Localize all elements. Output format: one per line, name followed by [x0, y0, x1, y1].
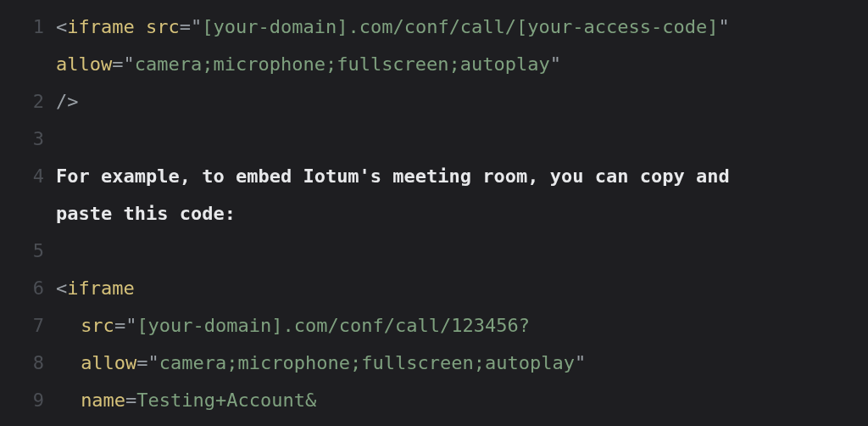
- code-content: [56, 233, 868, 270]
- code-content: name=Testing+Account&: [56, 382, 868, 419]
- code-content: allow="camera;microphone;fullscreen;auto…: [56, 46, 868, 83]
- attr-name: src: [146, 16, 180, 37]
- quote: ": [719, 16, 730, 37]
- line-number: 5: [0, 233, 56, 270]
- code-content: allow="camera;microphone;fullscreen;auto…: [56, 345, 868, 382]
- code-line: 4 For example, to embed Iotum's meeting …: [0, 158, 868, 195]
- line-number: 6: [0, 270, 56, 307]
- code-content: />: [56, 83, 868, 121]
- code-content: paste this code:: [56, 195, 868, 233]
- attr-name: allow: [81, 352, 136, 373]
- line-number: 7: [0, 307, 56, 345]
- tag-name: iframe: [67, 16, 134, 37]
- code-line: 1 <iframe src="[your-domain].com/conf/ca…: [0, 8, 868, 46]
- attr-name: allow: [56, 53, 112, 75]
- code-line: 10 skip_join=true": [0, 419, 868, 426]
- string-value: [your-domain].com/conf/call/[your-access…: [202, 16, 718, 37]
- code-content: skip_join=true": [56, 419, 868, 426]
- tag-open-delim: <: [56, 277, 67, 299]
- string-value: [your-domain].com/conf/call/123456?: [136, 315, 530, 336]
- code-line-wrap: allow="camera;microphone;fullscreen;auto…: [0, 46, 868, 83]
- equals: =: [136, 352, 147, 373]
- tag-open-delim: <: [56, 16, 67, 37]
- code-content: [56, 121, 868, 158]
- line-number: 10: [0, 419, 56, 426]
- tag-slash: /: [56, 91, 67, 112]
- line-number: 4: [0, 158, 56, 195]
- attr-name: src: [81, 315, 114, 336]
- plain-text: paste this code:: [56, 203, 236, 224]
- code-line: 9 name=Testing+Account&: [0, 382, 868, 419]
- string-value: camera;microphone;fullscreen;autoplay: [159, 352, 575, 373]
- line-number: 2: [0, 83, 56, 121]
- code-content: src="[your-domain].com/conf/call/123456?: [56, 307, 868, 345]
- plain-text: For example, to embed Iotum's meeting ro…: [56, 165, 741, 187]
- quote: ": [550, 53, 561, 75]
- code-editor[interactable]: 1 <iframe src="[your-domain].com/conf/ca…: [0, 0, 868, 426]
- line-number: 8: [0, 345, 56, 382]
- code-line: 2 />: [0, 83, 868, 121]
- line-number: 1: [0, 8, 56, 46]
- quote: ": [575, 352, 586, 373]
- quote: ": [123, 53, 134, 75]
- attr-name: name: [81, 390, 125, 411]
- string-value: Testing+Account&: [136, 390, 316, 411]
- line-number: 3: [0, 121, 56, 158]
- line-number: 9: [0, 382, 56, 419]
- string-value: camera;microphone;fullscreen;autoplay: [135, 53, 550, 75]
- code-content: For example, to embed Iotum's meeting ro…: [56, 158, 868, 195]
- code-content: <iframe src="[your-domain].com/conf/call…: [56, 8, 868, 46]
- code-line: 3: [0, 121, 868, 158]
- code-line: 7 src="[your-domain].com/conf/call/12345…: [0, 307, 868, 345]
- equals: =: [114, 315, 125, 336]
- equals: =: [180, 16, 191, 37]
- tag-name: iframe: [67, 277, 134, 299]
- quote: ": [191, 16, 202, 37]
- tag-close-delim: >: [67, 91, 78, 112]
- code-line: 5: [0, 233, 868, 270]
- equals: =: [125, 390, 136, 411]
- quote: ": [148, 352, 159, 373]
- code-line: 8 allow="camera;microphone;fullscreen;au…: [0, 345, 868, 382]
- code-line-wrap: paste this code:: [0, 195, 868, 233]
- code-content: <iframe: [56, 270, 868, 307]
- quote: ": [125, 315, 136, 336]
- code-line: 6 <iframe: [0, 270, 868, 307]
- equals: =: [112, 53, 123, 75]
